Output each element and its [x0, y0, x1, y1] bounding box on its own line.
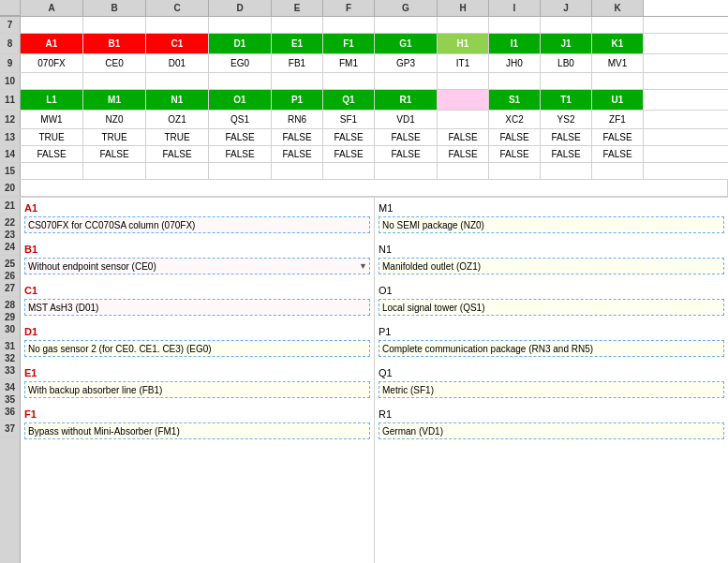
cell-13-j[interactable]: FALSE: [541, 129, 592, 145]
cell-13-e[interactable]: FALSE: [272, 129, 323, 145]
col-header-b[interactable]: B: [83, 0, 146, 16]
cell-8-j[interactable]: J1: [541, 34, 592, 53]
cell-13-d[interactable]: FALSE: [209, 129, 272, 145]
cell-9-j[interactable]: LB0: [541, 54, 592, 72]
cell-15-a[interactable]: [21, 163, 83, 179]
cell-12-k[interactable]: ZF1: [592, 111, 644, 128]
cell-11-d[interactable]: O1: [209, 90, 272, 110]
cell-15-b[interactable]: [83, 163, 146, 179]
cell-10-g[interactable]: [375, 73, 438, 89]
cell-11-g[interactable]: R1: [375, 90, 438, 110]
cell-15-h[interactable]: [438, 163, 489, 179]
cell-11-i[interactable]: S1: [489, 90, 541, 110]
cell-14-j[interactable]: FALSE: [541, 146, 592, 162]
cell-15-k[interactable]: [592, 163, 644, 179]
cell-10-c[interactable]: [146, 73, 209, 89]
cell-10-k[interactable]: [592, 73, 644, 89]
section-a1-desc[interactable]: CS070FX for CC070SA column (070FX): [24, 216, 370, 233]
cell-7-d[interactable]: [209, 17, 272, 33]
cell-14-a[interactable]: FALSE: [21, 146, 83, 162]
cell-14-e[interactable]: FALSE: [272, 146, 323, 162]
section-f1-desc[interactable]: Bypass without Mini-Absorber (FM1): [24, 422, 370, 439]
cell-7-h[interactable]: [438, 17, 489, 33]
col-header-h[interactable]: H: [438, 0, 489, 16]
cell-10-i[interactable]: [489, 73, 541, 89]
cell-13-b[interactable]: TRUE: [83, 129, 146, 145]
cell-12-d[interactable]: QS1: [209, 111, 272, 128]
col-header-f[interactable]: F: [323, 0, 375, 16]
cell-8-g[interactable]: G1: [375, 34, 438, 53]
cell-10-d[interactable]: [209, 73, 272, 89]
cell-11-h[interactable]: [438, 90, 489, 110]
cell-13-h[interactable]: FALSE: [438, 129, 489, 145]
col-header-e[interactable]: E: [272, 0, 323, 16]
cell-9-g[interactable]: GP3: [375, 54, 438, 72]
section-m1-desc[interactable]: No SEMI package (NZ0): [379, 216, 724, 233]
cell-8-c[interactable]: C1: [146, 34, 209, 53]
cell-15-j[interactable]: [541, 163, 592, 179]
cell-15-e[interactable]: [272, 163, 323, 179]
cell-11-c[interactable]: N1: [146, 90, 209, 110]
col-header-d[interactable]: D: [209, 0, 272, 16]
cell-12-a[interactable]: MW1: [21, 111, 83, 128]
cell-10-h[interactable]: [438, 73, 489, 89]
cell-13-a[interactable]: TRUE: [21, 129, 83, 145]
cell-8-e[interactable]: E1: [272, 34, 323, 53]
cell-8-k[interactable]: K1: [592, 34, 644, 53]
cell-14-d[interactable]: FALSE: [209, 146, 272, 162]
section-b1-desc[interactable]: Without endpoint sensor (CE0) ▼: [24, 258, 370, 274]
cell-10-e[interactable]: [272, 73, 323, 89]
cell-9-d[interactable]: EG0: [209, 54, 272, 72]
cell-13-i[interactable]: FALSE: [489, 129, 541, 145]
cell-11-b[interactable]: M1: [83, 90, 146, 110]
cell-13-c[interactable]: TRUE: [146, 129, 209, 145]
cell-9-a[interactable]: 070FX: [21, 54, 83, 72]
cell-7-k[interactable]: [592, 17, 644, 33]
cell-8-d[interactable]: D1: [209, 34, 272, 53]
cell-11-a[interactable]: L1: [21, 90, 83, 110]
cell-15-i[interactable]: [489, 163, 541, 179]
col-header-g[interactable]: G: [375, 0, 438, 16]
cell-12-g[interactable]: VD1: [375, 111, 438, 128]
cell-15-c[interactable]: [146, 163, 209, 179]
cell-9-i[interactable]: JH0: [489, 54, 541, 72]
cell-14-g[interactable]: FALSE: [375, 146, 438, 162]
cell-7-b[interactable]: [83, 17, 146, 33]
cell-7-g[interactable]: [375, 17, 438, 33]
dropdown-arrow-b1[interactable]: ▼: [359, 261, 367, 271]
cell-8-h[interactable]: H1: [438, 34, 489, 53]
cell-13-g[interactable]: FALSE: [375, 129, 438, 145]
cell-9-c[interactable]: D01: [146, 54, 209, 72]
cell-15-d[interactable]: [209, 163, 272, 179]
col-header-i[interactable]: I: [489, 0, 541, 16]
cell-14-c[interactable]: FALSE: [146, 146, 209, 162]
col-header-a[interactable]: A: [21, 0, 83, 16]
cell-14-i[interactable]: FALSE: [489, 146, 541, 162]
cell-7-c[interactable]: [146, 17, 209, 33]
cell-10-j[interactable]: [541, 73, 592, 89]
cell-15-f[interactable]: [323, 163, 375, 179]
cell-12-f[interactable]: SF1: [323, 111, 375, 128]
section-d1-desc[interactable]: No gas sensor 2 (for CE0. CE1. CE3) (EG0…: [24, 340, 370, 357]
col-header-k[interactable]: K: [592, 0, 644, 16]
section-r1-desc[interactable]: German (VD1): [379, 422, 724, 439]
cell-9-k[interactable]: MV1: [592, 54, 644, 72]
cell-12-b[interactable]: NZ0: [83, 111, 146, 128]
cell-9-e[interactable]: FB1: [272, 54, 323, 72]
cell-12-j[interactable]: YS2: [541, 111, 592, 128]
cell-12-h[interactable]: [438, 111, 489, 128]
section-q1-desc[interactable]: Metric (SF1): [379, 381, 724, 398]
cell-14-f[interactable]: FALSE: [323, 146, 375, 162]
cell-12-c[interactable]: OZ1: [146, 111, 209, 128]
cell-12-i[interactable]: XC2: [489, 111, 541, 128]
section-n1-desc[interactable]: Manifolded outlet (OZ1): [379, 258, 724, 274]
cell-8-i[interactable]: I1: [489, 34, 541, 53]
cell-11-k[interactable]: U1: [592, 90, 644, 110]
col-header-j[interactable]: J: [541, 0, 592, 16]
section-c1-desc[interactable]: MST AsH3 (D01): [24, 299, 370, 316]
cell-7-j[interactable]: [541, 17, 592, 33]
cell-20[interactable]: [21, 180, 728, 196]
cell-14-k[interactable]: FALSE: [592, 146, 644, 162]
cell-8-b[interactable]: B1: [83, 34, 146, 53]
cell-7-a[interactable]: [21, 17, 83, 33]
